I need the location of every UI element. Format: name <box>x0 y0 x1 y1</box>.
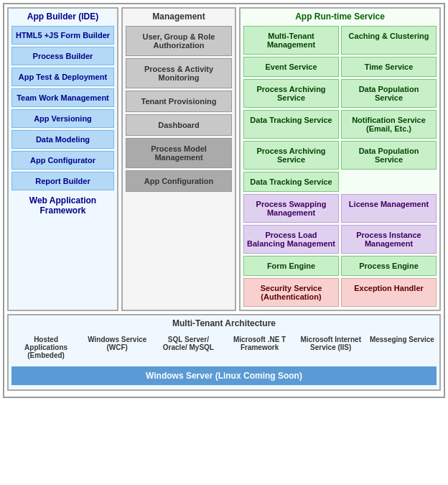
runtime-item-15[interactable]: Process Instance Management <box>341 225 437 254</box>
app-builder-item-4[interactable]: App Versioning <box>11 109 114 128</box>
web-app-framework-label: Web Application Framework <box>11 195 114 216</box>
runtime-item-11 <box>341 172 437 192</box>
multi-tenant-title: Multi-Tenant Architecture <box>11 318 437 328</box>
mt-item-0: Hosted Applications (Embeded) <box>11 333 80 362</box>
mgmt-item-4[interactable]: Process Model Management <box>126 138 232 168</box>
runtime-item-0[interactable]: Multi-Tenant Management <box>243 26 339 55</box>
mgmt-item-2[interactable]: Tenant Provisioning <box>126 91 232 112</box>
runtime-item-17[interactable]: Process Engine <box>341 256 437 276</box>
runtime-item-18[interactable]: Security Service (Authentication) <box>243 278 339 307</box>
app-builder-item-6[interactable]: App Configurator <box>11 151 114 170</box>
mgmt-item-3[interactable]: Dashboard <box>126 114 232 136</box>
app-builder-item-2[interactable]: App Test & Deployment <box>11 68 114 86</box>
app-builder-item-0[interactable]: HTML5 +JS Form Builder <box>11 26 114 45</box>
mt-item-5: Messeging Service <box>368 333 437 362</box>
runtime-item-5[interactable]: Data Population Service <box>341 79 437 108</box>
runtime-title: App Run-time Service <box>243 11 437 22</box>
runtime-item-3[interactable]: Time Service <box>341 57 437 77</box>
runtime-item-7[interactable]: Notification Service (Email, Etc.) <box>341 110 437 139</box>
main-container: App Builder (IDE) HTML5 +JS Form Builder… <box>3 3 445 398</box>
app-builder-item-5[interactable]: Data Modeling <box>11 130 114 149</box>
app-builder-item-1[interactable]: Process Builder <box>11 47 114 65</box>
mt-item-4: Microsoft Internet Service (IIS) <box>297 333 365 362</box>
runtime-item-8[interactable]: Process Archiving Service <box>243 141 339 170</box>
runtime-item-12[interactable]: Process Swapping Management <box>243 194 339 223</box>
runtime-item-14[interactable]: Process Load Balancing Management <box>243 225 339 254</box>
runtime-item-2[interactable]: Event Service <box>243 57 339 77</box>
runtime-grid: Multi-Tenant Management Caching & Cluste… <box>243 26 437 307</box>
top-section: App Builder (IDE) HTML5 +JS Form Builder… <box>7 7 441 311</box>
mt-item-2: SQL Server/ Oracle/ MySQL <box>154 333 223 362</box>
app-builder-item-3[interactable]: Team Work Management <box>11 88 114 107</box>
runtime-item-9[interactable]: Data Population Service <box>341 141 437 170</box>
runtime-item-10[interactable]: Data Tracking Service <box>243 172 339 192</box>
runtime-item-13[interactable]: License Management <box>341 194 437 223</box>
runtime-item-1[interactable]: Caching & Clustering <box>341 26 437 55</box>
management-column: Management User, Group & Role Authorizat… <box>121 7 236 311</box>
mgmt-item-0[interactable]: User, Group & Role Authorization <box>126 26 232 56</box>
app-builder-item-7[interactable]: Report Builder <box>11 172 114 190</box>
runtime-item-4[interactable]: Process Archiving Service <box>243 79 339 108</box>
app-builder-title: App Builder (IDE) <box>11 11 114 22</box>
mgmt-item-5[interactable]: App Configuration <box>126 170 232 192</box>
multi-tenant-section: Multi-Tenant Architecture Hosted Applica… <box>7 314 441 391</box>
runtime-item-16[interactable]: Form Engine <box>243 256 339 276</box>
windows-server-label: Windows Server (Linux Coming Soon) <box>11 366 437 385</box>
runtime-item-19[interactable]: Exception Handler <box>341 278 437 307</box>
management-title: Management <box>126 11 232 22</box>
runtime-column: App Run-time Service Multi-Tenant Manage… <box>239 7 441 311</box>
mt-item-3: Microsoft .NE T Framework <box>225 333 294 362</box>
multi-tenant-grid: Hosted Applications (Embeded) Windows Se… <box>11 333 437 362</box>
app-builder-column: App Builder (IDE) HTML5 +JS Form Builder… <box>7 7 118 311</box>
runtime-item-6[interactable]: Data Tracking Service <box>243 110 339 139</box>
mt-item-1: Windows Service (WCF) <box>83 333 151 362</box>
mgmt-item-1[interactable]: Process & Activity Monitoring <box>126 58 232 88</box>
